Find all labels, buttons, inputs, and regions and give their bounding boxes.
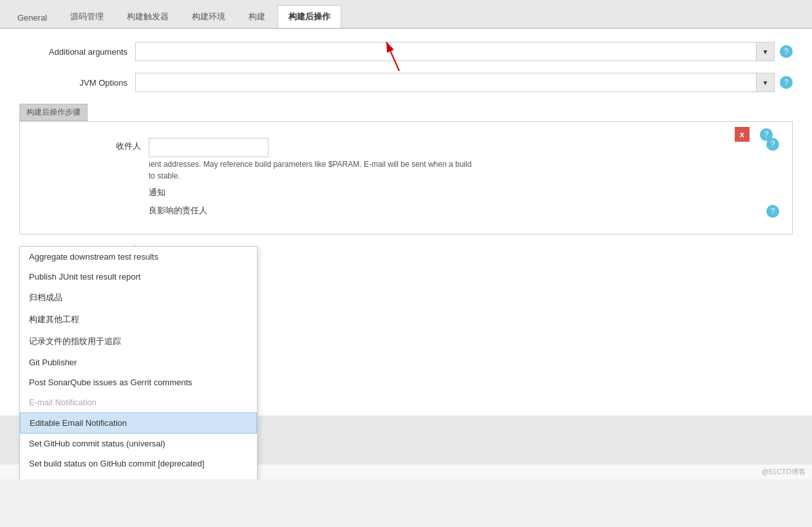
tabs-bar: General 源码管理 构建触发器 构建环境 构建 构建后操作 [0,0,812,29]
additional-arguments-dropdown[interactable]: ▼ [757,42,775,61]
post-build-section: x ? 收件人 ient addresses. May reference bu… [19,121,793,235]
section-help-icon[interactable]: ? [760,128,773,141]
tab-build-triggers[interactable]: 构建触发器 [116,5,180,28]
dropdown-menu: Aggregate downstream test resultsPublish… [19,246,258,479]
dropdown-item-5[interactable]: Git Publisher [20,352,257,372]
footer-text: @51CTO博客 [762,468,806,475]
dropdown-item-3[interactable]: 构建其他工程 [20,309,257,331]
recipients-input[interactable] [149,138,269,157]
additional-arguments-row: Additional arguments ▼ ? [19,42,793,61]
jvm-options-input[interactable] [135,73,757,92]
add-step-area: 增加构建后操作步骤 ▼ Aggregate downstream test re… [19,246,793,265]
dropdown-item-6[interactable]: Post SonarQube issues as Gerrit comments [20,372,257,392]
tab-general[interactable]: General [6,7,58,28]
dropdown-item-10[interactable]: Set build status on GitHub commit [depre… [20,454,257,474]
tab-source-management[interactable]: 源码管理 [59,5,115,28]
responsible-row: 良影响的责任人 ? [33,205,779,218]
post-build-section-label: 构建后操作步骤 [19,104,88,121]
email-desc-1: ient addresses. May reference build para… [149,160,761,169]
dropdown-item-2[interactable]: 归档成品 [20,287,257,309]
delete-button[interactable]: x [735,127,750,142]
dropdown-item-4[interactable]: 记录文件的指纹用于追踪 [20,331,257,352]
dropdown-item-1[interactable]: Publish JUnit test result report [20,267,257,287]
tab-post-build[interactable]: 构建后操作 [278,5,341,28]
jvm-options-row: JVM Options ▼ ? [19,73,793,92]
additional-arguments-input-wrap: ▼ [135,42,775,61]
jvm-options-dropdown[interactable]: ▼ [757,73,775,92]
email-notification-section: 收件人 ient addresses. May reference build … [33,138,779,218]
additional-arguments-help[interactable]: ? [780,45,793,58]
responsible-help[interactable]: ? [766,205,779,218]
tab-build-env[interactable]: 构建环境 [181,5,236,28]
section-label-wrap: 构建后操作步骤 [19,104,793,121]
additional-arguments-input[interactable] [135,42,757,61]
dropdown-item-0[interactable]: Aggregate downstream test results [20,247,257,267]
main-content: Additional arguments ▼ ? JVM Options ▼ ?… [0,29,812,416]
dropdown-item-7: E-mail Notification [20,392,257,412]
tab-build[interactable]: 构建 [238,5,276,28]
email-desc-2: to stable. [149,171,761,180]
delete-area: x ? [735,127,773,142]
notify-text: 通知 [149,187,165,197]
jvm-options-label: JVM Options [19,78,135,88]
dropdown-item-11[interactable]: Delete workspace when build is done [20,474,257,479]
recipients-label: 收件人 [33,138,149,152]
responsible-content: 良影响的责任人 [149,205,761,216]
responsible-text: 良影响的责任人 [149,206,207,215]
jvm-options-input-wrap: ▼ [135,73,775,92]
recipients-row: 收件人 ient addresses. May reference build … [33,138,779,180]
recipients-input-wrap: ient addresses. May reference build para… [149,138,761,180]
notify-content: 通知 [149,187,779,198]
dropdown-item-8[interactable]: Editable Email Notification [20,412,257,434]
jvm-options-help[interactable]: ? [780,76,793,89]
notify-label [33,187,149,189]
dropdown-item-9[interactable]: Set GitHub commit status (universal) [20,434,257,454]
responsible-label [33,205,149,207]
additional-arguments-label: Additional arguments [19,47,135,57]
notify-row: 通知 [33,187,779,198]
